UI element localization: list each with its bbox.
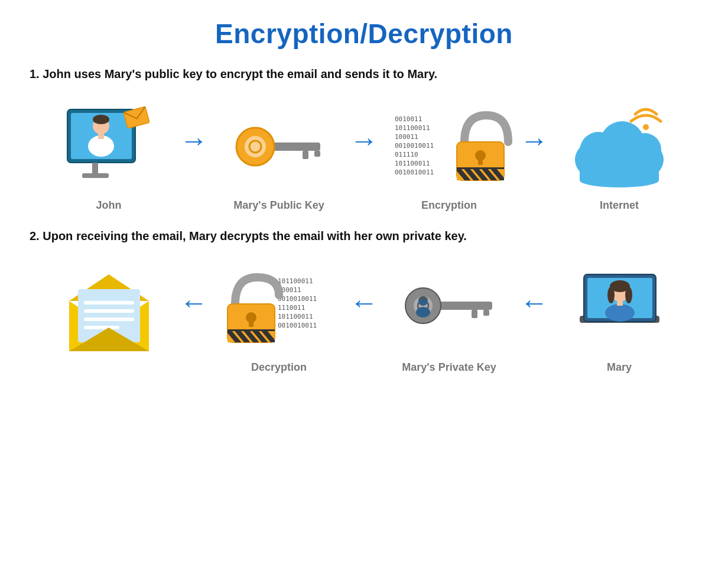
svg-point-78 (607, 287, 615, 303)
encryption-item: 0010011 101100011 100011 0010010011 0111… (384, 99, 514, 212)
svg-rect-65 (433, 302, 492, 310)
arrow1: → (180, 124, 208, 157)
svg-text:101100011: 101100011 (278, 277, 313, 285)
svg-rect-2 (92, 163, 98, 174)
private-key-label: Mary's Private Key (402, 361, 496, 374)
encryption-label: Encryption (421, 199, 477, 212)
svg-text:0010010011: 0010010011 (278, 295, 317, 303)
svg-rect-45 (84, 318, 134, 321)
arrow5: ← (350, 286, 378, 319)
svg-text:0010010011: 0010010011 (395, 169, 434, 176)
svg-text:0010010011: 0010010011 (278, 322, 317, 329)
svg-text:101100011: 101100011 (278, 313, 313, 320)
mary-item: Mary (554, 261, 684, 374)
svg-text:011110: 011110 (395, 151, 418, 158)
encryption-icon: 0010011 101100011 100011 0010010011 0111… (396, 99, 502, 193)
step1-section: 1. John uses Mary's public key to encryp… (24, 67, 704, 212)
svg-rect-64 (249, 320, 254, 327)
svg-text:0010011: 0010011 (395, 115, 422, 123)
step1-label: 1. John uses Mary's public key to encryp… (24, 67, 704, 81)
mary-icon (566, 261, 672, 355)
svg-point-72 (416, 307, 430, 318)
svg-point-33 (643, 124, 649, 130)
john-label: John (96, 199, 122, 212)
page-title: Encryption/Decryption (24, 18, 704, 50)
internet-label: Internet (600, 199, 639, 212)
svg-rect-10 (303, 151, 308, 159)
svg-point-80 (605, 304, 635, 322)
svg-rect-11 (314, 151, 320, 157)
arrow3: → (520, 124, 548, 157)
arrow2: → (350, 124, 378, 157)
step1-flow: John → Mary's Public Key (24, 99, 704, 212)
svg-text:101100011: 101100011 (395, 160, 430, 167)
private-key-item: Mary's Private Key (384, 261, 514, 374)
svg-rect-44 (84, 309, 134, 313)
svg-rect-32 (478, 158, 483, 165)
svg-point-14 (249, 141, 261, 153)
internet-item: Internet (554, 99, 684, 212)
arrow4: ← (180, 286, 208, 319)
svg-point-39 (580, 173, 659, 187)
public-key-icon (226, 99, 332, 193)
svg-text:100011: 100011 (395, 133, 418, 141)
svg-rect-43 (84, 301, 134, 305)
arrow6: ← (520, 286, 548, 319)
decrypted-email-icon (56, 267, 162, 362)
svg-text:1110011: 1110011 (278, 304, 305, 312)
john-icon (56, 99, 162, 193)
public-key-label: Mary's Public Key (233, 199, 324, 212)
svg-text:101100011: 101100011 (395, 124, 430, 132)
decryption-icon: 101100011 100011 0010010011 1110011 1011… (226, 261, 332, 355)
internet-icon (566, 99, 672, 193)
svg-rect-30 (457, 167, 504, 169)
decryption-item: 101100011 100011 0010010011 1110011 1011… (214, 261, 344, 374)
svg-rect-7 (98, 133, 104, 139)
svg-rect-67 (483, 310, 489, 316)
svg-rect-81 (617, 300, 623, 306)
svg-point-5 (93, 115, 109, 124)
private-key-icon (396, 261, 502, 355)
svg-rect-66 (472, 310, 477, 318)
step2-label: 2. Upon receiving the email, Mary decryp… (24, 229, 704, 243)
public-key-item: Mary's Public Key (214, 99, 344, 212)
svg-point-79 (625, 287, 632, 303)
svg-rect-62 (228, 329, 275, 331)
decryption-label: Decryption (251, 361, 307, 374)
svg-rect-3 (82, 173, 109, 178)
step2-flow: ← 101100011 100011 0010010011 1110011 10… (24, 261, 704, 374)
decrypted-email-item (44, 267, 174, 368)
step2-section: 2. Upon receiving the email, Mary decryp… (24, 229, 704, 374)
mary-label: Mary (607, 361, 632, 374)
svg-text:0010010011: 0010010011 (395, 142, 434, 150)
john-item: John (44, 99, 174, 212)
svg-rect-46 (84, 326, 119, 329)
